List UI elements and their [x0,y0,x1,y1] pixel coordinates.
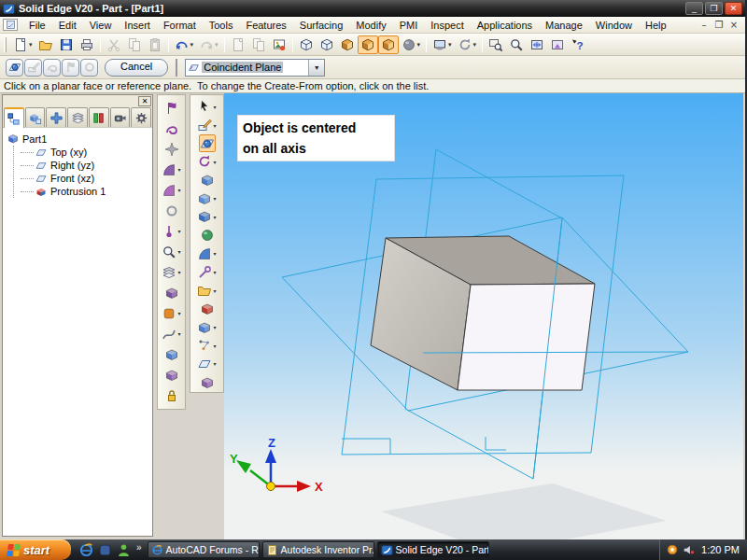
menu-item-pmi[interactable]: PMI [393,18,425,33]
pattern-icon[interactable]: ▾ [196,282,217,300]
stitch-surface-icon[interactable] [163,283,180,302]
profile-step-icon[interactable] [24,59,42,77]
mirror-icon[interactable] [199,301,216,318]
round-icon[interactable]: ▾ [196,318,217,336]
revolved-protrusion-icon[interactable]: ▾ [196,189,217,207]
menu-item-manage[interactable]: Manage [539,18,589,33]
view-orientation-icon[interactable]: ▾ [430,35,455,54]
paste-icon[interactable] [145,35,165,54]
cut-icon[interactable] [104,35,124,54]
new-document-icon[interactable]: ▾ [10,35,35,54]
menu-item-tools[interactable]: Tools [203,18,240,33]
title-bar[interactable]: Solid Edge V20 - Part - [Part1] _ ❐ ✕ [0,0,745,17]
helix-icon[interactable] [199,227,216,245]
replace-face-icon[interactable] [163,365,180,385]
tree-item-protrusion-1[interactable]: Protrusion 1 [21,185,152,198]
ie-quicklaunch-icon[interactable] [78,542,94,558]
create-from-combobox[interactable]: Coincident Plane ▼ [185,59,325,77]
project-curve-icon[interactable]: ▾ [161,221,181,241]
insert-part-copy-icon[interactable] [228,35,248,54]
3d-viewport[interactable]: Z X Y Object is centered on all axis [224,93,743,539]
sensors-tab[interactable] [110,107,131,127]
feature-library-tab[interactable] [25,107,46,127]
combobox-dropdown-arrow[interactable]: ▼ [308,60,324,76]
treatment-step-icon[interactable] [80,59,98,77]
family-of-parts-tab[interactable] [46,107,66,127]
sketch-icon[interactable]: ▾ [196,117,217,134]
redo-icon[interactable]: ▾ [196,35,221,54]
swept-surface-icon[interactable] [163,119,180,138]
bounded-body-icon[interactable] [163,344,180,364]
menu-item-help[interactable]: Help [639,18,673,33]
print-icon[interactable] [77,35,97,54]
reference-plane-icon[interactable] [199,134,216,152]
cancel-button[interactable]: Cancel [105,59,168,77]
visible-edges-icon[interactable] [378,35,399,54]
bluesurf-icon[interactable] [163,98,180,118]
menu-item-format[interactable]: Format [157,18,203,33]
offset-surface-icon[interactable]: ▾ [161,160,181,179]
undo-icon[interactable]: ▾ [172,35,197,54]
taskbar-button-3[interactable]: Solid Edge V20 - Part ... [377,541,489,558]
layers-tab[interactable] [67,107,88,127]
pan-icon[interactable] [547,35,568,54]
help-icon[interactable]: ? [568,35,588,54]
messenger-tray-icon[interactable] [666,543,679,556]
menu-item-edit[interactable]: Edit [52,18,83,33]
menu-item-modify[interactable]: Modify [349,18,392,33]
tree-item-part1[interactable]: Part1 [7,132,152,146]
menu-item-file[interactable]: File [22,18,52,33]
select-tool-icon[interactable]: ▾ [196,98,217,116]
messenger-quicklaunch-icon[interactable] [116,542,132,558]
rotate-view-icon[interactable]: ▾ [455,35,480,54]
inspect-curve-icon[interactable]: ▾ [161,242,181,261]
draft-icon[interactable]: ▾ [196,337,217,355]
mdi-close-icon[interactable]: × [726,20,741,30]
save-icon[interactable] [56,35,77,54]
toolbar-grip[interactable] [4,37,7,52]
lock-icon[interactable] [163,385,180,405]
mdi-minimize-icon[interactable]: – [697,20,712,30]
volume-tray-icon[interactable] [683,543,696,556]
close-button[interactable]: ✕ [725,2,742,15]
zoom-area-icon[interactable] [486,35,506,54]
protrusion-icon[interactable] [199,172,216,189]
menu-item-features[interactable]: Features [239,18,292,33]
mdi-restore-icon[interactable]: ❐ [712,20,726,30]
orbit-icon[interactable]: ▾ [196,153,217,171]
feature-playback-tab[interactable] [89,107,109,127]
menu-item-surfacing[interactable]: Surfacing [293,18,349,33]
tree-item-top-xy-[interactable]: Top (xy) [21,146,152,159]
trim-surface-icon[interactable]: ▾ [161,303,181,323]
zoom-icon[interactable] [506,35,527,54]
open-icon[interactable] [35,35,56,54]
thin-region-icon[interactable]: ▾ [196,356,217,373]
copy-icon[interactable] [124,35,145,54]
feature-pathfinder-tab[interactable] [4,107,24,128]
view-styles-icon[interactable]: ▾ [399,35,424,54]
menu-item-view[interactable]: View [83,18,119,33]
wireframe-view-icon[interactable] [296,35,317,54]
loft-icon[interactable]: ▾ [196,245,217,263]
menu-item-insert[interactable]: Insert [118,18,157,33]
start-button[interactable]: start [0,539,71,560]
bounded-surface-icon[interactable] [163,139,180,159]
insert-image-icon[interactable] [269,35,289,54]
side-step-icon[interactable] [43,59,61,77]
copy-surface-icon[interactable]: ▾ [161,180,181,200]
rib-icon[interactable] [199,373,216,391]
taskbar-button-2[interactable]: Autodesk Inventor Pr... [262,541,374,558]
document-icon[interactable] [3,19,18,31]
menu-item-inspect[interactable]: Inspect [424,18,470,33]
intersect-icon[interactable] [163,201,180,220]
hidden-edge-view-icon[interactable] [317,35,337,54]
shaded-view-icon[interactable] [337,35,358,54]
update-links-icon[interactable] [248,35,269,54]
menu-item-applications[interactable]: Applications [471,18,539,33]
shaded-with-edges-icon[interactable] [358,35,378,54]
quick-launch-overflow-icon[interactable]: » [136,542,142,553]
menu-item-window[interactable]: Window [589,18,639,33]
explorer-quicklaunch-icon[interactable] [97,542,113,558]
minimize-button[interactable]: _ [685,2,703,15]
split-surface-icon[interactable]: ▾ [161,262,181,282]
